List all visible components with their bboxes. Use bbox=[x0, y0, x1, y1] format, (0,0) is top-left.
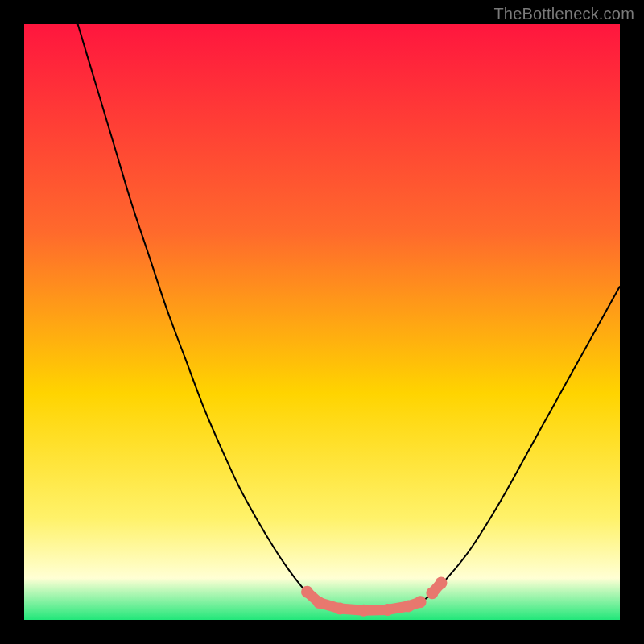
plot-area bbox=[24, 24, 620, 620]
data-marker bbox=[301, 586, 313, 598]
data-marker bbox=[436, 577, 448, 589]
data-marker bbox=[382, 604, 394, 616]
data-marker bbox=[415, 596, 427, 608]
data-marker bbox=[313, 597, 325, 609]
chart-frame: TheBottleneck.com bbox=[0, 0, 644, 644]
watermark-label: TheBottleneck.com bbox=[493, 5, 634, 23]
chart-svg bbox=[24, 24, 620, 620]
data-marker bbox=[402, 600, 415, 612]
data-marker bbox=[426, 587, 438, 599]
gradient-background bbox=[24, 24, 620, 620]
data-marker bbox=[334, 602, 346, 614]
data-marker bbox=[357, 605, 369, 617]
